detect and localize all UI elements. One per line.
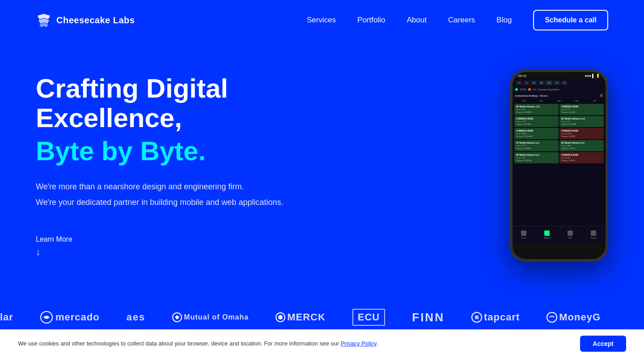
phone-nav-filter: Filter	[568, 230, 573, 239]
stock-ticker-5: Ticker: ANGX	[561, 132, 602, 135]
phone-tabs: 5Y 1Y 6M 3M 1M 1W 1D	[513, 79, 606, 87]
schedule-call-button[interactable]: Schedule a call	[533, 10, 608, 30]
market-icon	[544, 230, 550, 236]
stock-name-8: EP Wealth Advisors LLC	[516, 154, 557, 156]
filter-label-1: SP500	[520, 88, 526, 91]
accept-cookies-button[interactable]: Accept	[580, 336, 626, 352]
stock-ticker-9: Ticker: MITI	[561, 157, 602, 159]
stock-card-3: EP Wealth Advisors, LLC Ticker: VTY Chan…	[559, 116, 604, 127]
phone-notch	[541, 72, 577, 78]
stock-name-5: COMERICA BANK	[561, 130, 602, 132]
privacy-policy-link[interactable]: Privacy Policy	[341, 340, 377, 347]
phone-tab-5: 1M	[546, 81, 552, 85]
nav-portfolio[interactable]: Portfolio	[357, 16, 385, 25]
col-h4: 2SN	[568, 100, 585, 102]
stock-name-0: EP Wealth Advisors, LLC	[516, 106, 557, 108]
hero-content: Crafting Digital Excellence, Byte by Byt…	[36, 74, 313, 258]
stock-ticker-3: Ticker: VTY	[561, 120, 602, 123]
filter-label: Filter	[568, 237, 572, 239]
filter-dot-green	[515, 88, 518, 91]
stock-ticker-6: Ticker: VVT	[516, 145, 557, 147]
nav-services[interactable]: Services	[307, 16, 336, 25]
brand-aes: aes	[127, 311, 146, 323]
phone-tab-7: 1D	[561, 81, 568, 85]
phone-time: 09:41	[518, 74, 527, 78]
stock-change-4: Change: S.264.20M	[516, 135, 557, 137]
phone-tab-3: 6M	[530, 81, 537, 85]
phone-bottom-bar: Home Markets Filter Settings	[513, 226, 606, 243]
stock-card-0: EP Wealth Advisors, LLC Ticker: VLN Chan…	[514, 104, 559, 115]
stock-card-2: COMERICA BANK Ticker: VLN Change: S.6079…	[514, 116, 559, 127]
nav-about[interactable]: About	[407, 16, 426, 25]
filter-dot-orange	[528, 88, 531, 91]
stock-change-6: Change: S.9904M+	[516, 147, 557, 149]
phone-screen: 5Y 1Y 6M 3M 1M 1W 1D SP500 U.S. Congress…	[513, 79, 606, 243]
stock-name-2: COMERICA BANK	[516, 118, 557, 120]
stock-change-9: Change: S.49505	[561, 159, 602, 162]
nav-careers[interactable]: Careers	[448, 16, 475, 25]
hero-title-line1: Crafting Digital Excellence,	[36, 74, 313, 133]
logo-icon	[36, 12, 52, 28]
stock-name-4: COMERICA BANK	[516, 130, 557, 132]
phone-nav-settings: Settings	[590, 230, 597, 239]
stock-change-0: Change: S.49296M	[516, 111, 557, 113]
col-h1: 5GN	[515, 100, 532, 102]
col-h5: 1SN	[586, 100, 603, 102]
settings-label: Settings	[590, 237, 597, 239]
stock-name-9: COMERICA BANK	[561, 154, 602, 156]
cookie-banner: We use cookies and other technologies to…	[0, 329, 644, 358]
home-label: Home	[521, 237, 526, 239]
stock-card-4: COMERICA BANK Ticker: ANGX Change: S.264…	[514, 128, 559, 139]
brand-mercado: mercado	[40, 311, 100, 324]
brand-ecu: ECU	[352, 309, 385, 326]
home-icon	[521, 230, 526, 236]
learn-more-section[interactable]: Learn More ↓	[36, 235, 313, 257]
market-label: Markets	[544, 237, 550, 239]
navbar: Cheesecake Labs Services Portfolio About…	[0, 0, 644, 40]
stock-card-8: EP Wealth Advisors LLC Ticker: FIN Chang…	[514, 152, 559, 163]
stock-ticker-1: Ticker: VTY	[561, 108, 602, 111]
stock-ticker-8: Ticker: FIN	[516, 157, 557, 159]
nav-blog[interactable]: Blog	[496, 16, 512, 25]
phone-section-label: Institutional Holdings - Recent	[515, 94, 547, 97]
learn-more-label[interactable]: Learn More	[36, 235, 72, 243]
brand-mutual-omaha: Mutual of Omaha	[172, 312, 249, 322]
phone-tab-6: 1W	[553, 81, 560, 85]
phone-section-header: Institutional Holdings - Recent ⊞	[513, 92, 606, 99]
arrow-down-icon[interactable]: ↓	[36, 247, 40, 257]
svg-point-8	[547, 312, 557, 322]
stock-card-1: COMERICA BANK Ticker: VTY Change: S.49.3…	[559, 104, 604, 115]
stock-change-1: Change: S.49.3M	[561, 111, 602, 113]
stock-ticker-2: Ticker: VLN	[516, 120, 557, 123]
logo[interactable]: Cheesecake Labs	[36, 12, 135, 28]
stock-change-7: Change: S.57016	[561, 147, 602, 149]
brand-tapcart: tapcart	[471, 311, 520, 323]
hero-section: Crafting Digital Excellence, Byte by Byt…	[0, 40, 644, 300]
stock-column-headers: 5GN 4SN 3SN 2SN 1SN	[513, 99, 606, 103]
stock-name-7: EP Wealth Advisors LLC	[561, 142, 602, 144]
phone-nav-market: Markets	[544, 230, 550, 239]
stock-card-9: COMERICA BANK Ticker: MITI Change: S.495…	[559, 152, 604, 163]
filter-icon	[568, 230, 573, 236]
brand-finn: FINN	[412, 311, 445, 324]
stock-name-3: EP Wealth Advisors, LLC	[561, 118, 602, 120]
stock-change-8: Change: S.905.8M+	[516, 159, 557, 162]
phone-signals: ●●● ▌ 🔋	[585, 74, 600, 78]
stock-card-5: COMERICA BANK Ticker: ANGX Change: S.290…	[559, 128, 604, 139]
hero-phone-mockup: 09:41 ●●● ▌ 🔋 5Y 1Y 6M 3M 1M 1W 1D SP50	[510, 69, 608, 262]
phone-tab-4: 3M	[538, 81, 545, 85]
brand-merck: MERCK	[275, 311, 326, 323]
stock-change-5: Change: S.29095	[561, 135, 602, 137]
logo-text: Cheesecake Labs	[56, 15, 135, 26]
stock-ticker-7: Ticker: UAR	[561, 145, 602, 147]
phone-filter-bar: SP500 U.S. Congress Event-Ment	[513, 87, 606, 92]
stock-name-1: COMERICA BANK	[561, 106, 602, 108]
nav-links: Services Portfolio About Careers Blog Sc…	[307, 10, 608, 30]
hero-subtitle-2: We're your dedicated partner in building…	[36, 196, 313, 209]
hero-subtitle-1: We're more than a nearshore design and e…	[36, 180, 313, 193]
stock-grid: EP Wealth Advisors, LLC Ticker: VLN Chan…	[513, 103, 606, 164]
stock-change-2: Change: S.6079M+	[516, 123, 557, 125]
stock-card-7: EP Wealth Advisors LLC Ticker: UAR Chang…	[559, 140, 604, 151]
filter-label-2: U.S. Congress Event-Ment	[533, 88, 559, 91]
svg-point-6	[278, 315, 283, 320]
